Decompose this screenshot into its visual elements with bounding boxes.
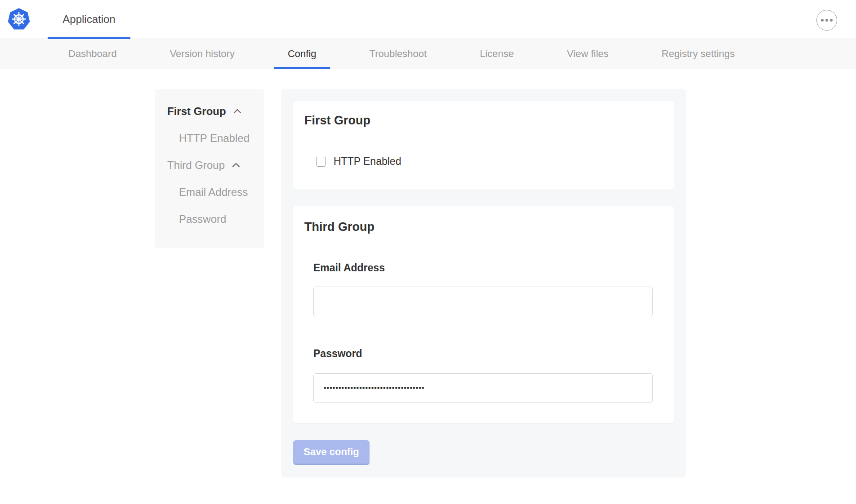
app-header: Application [0,0,856,39]
http-enabled-row: HTTP Enabled [316,155,663,168]
password-input[interactable] [313,373,653,403]
config-group-card-third-group: Third Group Email Address Password [293,206,674,423]
config-page: First Group HTTP Enabled Third Group Ema… [0,69,856,504]
config-panel: First Group HTTP Enabled Third Group Ema… [281,89,686,477]
http-enabled-checkbox[interactable] [316,157,326,167]
tab-application[interactable]: Application [48,0,130,39]
tab-troubleshoot[interactable]: Troubleshoot [356,39,441,69]
group-title-third-group: Third Group [304,221,663,233]
tab-dashboard[interactable]: Dashboard [55,39,130,69]
overflow-menu-button[interactable] [816,10,837,31]
email-address-input[interactable] [313,287,653,316]
tab-license[interactable]: License [466,39,527,69]
sidebar-group-third-group[interactable]: Third Group [155,152,264,179]
sidebar-group-first-group-label: First Group [167,105,226,118]
tab-registry-settings[interactable]: Registry settings [648,39,749,69]
sidebar-group-first-group[interactable]: First Group [155,98,264,125]
app-subnav: Dashboard Version history Config Trouble… [0,39,856,69]
config-group-card-first-group: First Group HTTP Enabled [293,101,674,190]
tab-view-files[interactable]: View files [553,39,622,69]
ellipsis-icon [821,19,833,22]
group-title-first-group: First Group [304,115,663,127]
sidebar-group-third-group-label: Third Group [167,159,225,172]
password-label: Password [313,349,653,359]
sidebar-item-http-enabled[interactable]: HTTP Enabled [155,125,264,152]
chevron-up-icon [231,161,241,169]
tab-application-label: Application [62,13,115,26]
kubernetes-logo [7,8,31,31]
config-side-nav: First Group HTTP Enabled Third Group Ema… [155,89,264,248]
save-config-button[interactable]: Save config [293,440,370,465]
third-group-fields: Email Address Password [313,263,653,403]
tab-config[interactable]: Config [274,39,330,69]
tab-version-history[interactable]: Version history [156,39,248,69]
chevron-up-icon [232,107,242,115]
active-tab-underline [48,37,130,39]
http-enabled-label[interactable]: HTTP Enabled [334,155,401,168]
sidebar-item-password[interactable]: Password [155,206,264,233]
sidebar-item-email-address[interactable]: Email Address [155,179,264,206]
email-address-label: Email Address [313,263,653,273]
